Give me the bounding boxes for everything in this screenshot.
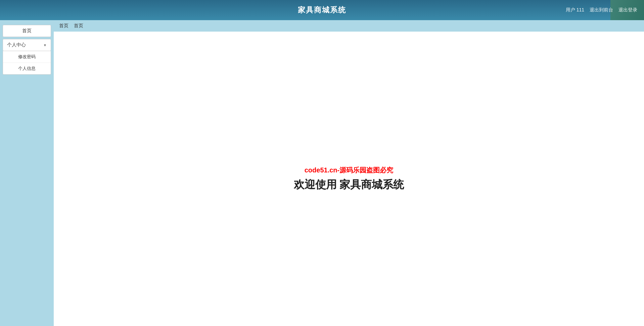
personal-center-label: 个人中心	[7, 42, 26, 48]
welcome-text: 欢迎使用 家具商城系统	[294, 177, 404, 192]
breadcrumb-home1: 首页	[59, 23, 68, 29]
sidebar-dropdown-header[interactable]: 个人中心 ▼	[3, 39, 51, 51]
logout-link[interactable]: 退出登录	[618, 7, 637, 13]
user-label: 用户 111	[566, 7, 584, 13]
back-to-front-link[interactable]: 退出到前台	[590, 7, 613, 13]
main-layout: 首页 个人中心 ▼ 修改密码 个人信息 首页 首页	[0, 20, 644, 326]
header-right-controls: 用户 111 退出到前台 退出登录	[566, 7, 637, 13]
sidebar: 首页 个人中心 ▼ 修改密码 个人信息	[0, 20, 54, 326]
watermark-red-text: code51.cn-源码乐园盗图必究	[294, 166, 404, 175]
content-area: code51.cn-源码乐园盗图必究 欢迎使用 家具商城系统	[54, 32, 644, 326]
welcome-container: code51.cn-源码乐园盗图必究 欢迎使用 家具商城系统	[294, 166, 404, 192]
header: 家具商城系统 用户 111 退出到前台 退出登录	[0, 0, 644, 20]
chevron-down-icon: ▼	[43, 43, 47, 47]
app-title: 家具商城系统	[298, 5, 346, 15]
sidebar-item-change-password[interactable]: 修改密码	[3, 51, 51, 63]
breadcrumb-home2: 首页	[74, 23, 83, 29]
sidebar-item-home[interactable]: 首页	[3, 25, 51, 37]
main-content: 首页 首页 code51.cn-源码乐园盗图必究 欢迎使用 家具商城系统	[54, 20, 644, 326]
sidebar-dropdown-personal: 个人中心 ▼ 修改密码 个人信息	[3, 39, 51, 75]
sidebar-item-personal-info[interactable]: 个人信息	[3, 63, 51, 74]
sidebar-dropdown-menu: 修改密码 个人信息	[3, 51, 51, 75]
sidebar-home-label: 首页	[22, 28, 32, 33]
breadcrumb: 首页 首页	[54, 20, 644, 32]
